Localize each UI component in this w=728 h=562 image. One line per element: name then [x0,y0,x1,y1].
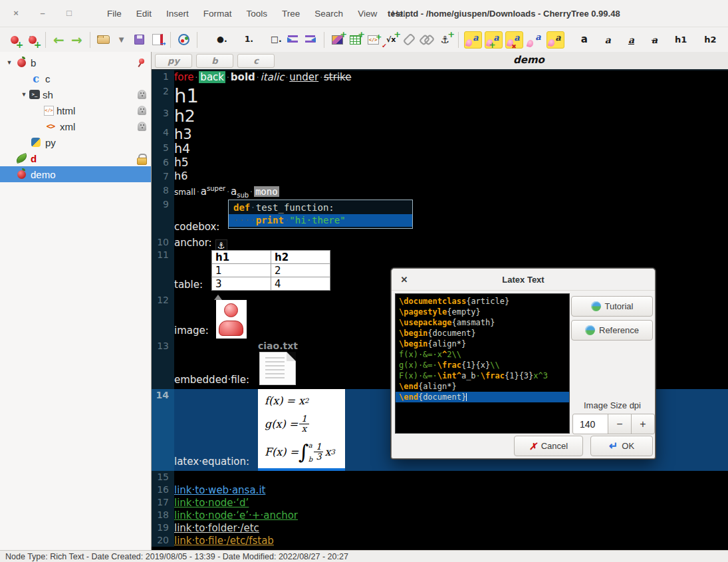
code-line[interactable]: def·test_function: [229,202,412,214]
indent-right-button[interactable] [284,30,302,50]
editor-row-8[interactable]: 8 small·asuper·asub·mono [152,184,728,198]
link-node[interactable]: link·to·node·‘e’·+·anchor [174,509,298,521]
code-line[interactable]: F(x)·&=·\int^a_b·\frac{1}{3}x^3 [396,370,569,381]
code-line[interactable]: ····print·"hi·there" [229,214,412,227]
embedded-image[interactable] [216,300,247,339]
insert-codebox-button[interactable]: </> [364,30,382,50]
expander-icon[interactable]: ▼ [4,59,15,66]
reference-button[interactable]: Reference [571,320,653,341]
dpi-value-field[interactable]: 140 [572,414,608,434]
find-button[interactable] [175,30,193,50]
h1-button[interactable]: h1 [660,30,689,50]
tutorial-button[interactable]: Tutorial [571,296,653,317]
menu-view[interactable]: View [352,7,383,21]
format-strike-button[interactable]: a [636,30,660,50]
link-web[interactable]: link·to·web·ansa.it [174,484,265,496]
minimize-window-button[interactable]: – [37,8,48,19]
h3-button[interactable]: h3 [719,30,728,50]
format-italic-button[interactable]: a [590,30,613,50]
indent-left-button[interactable] [302,30,320,50]
insert-image-button[interactable] [328,30,346,50]
ok-button[interactable]: ↵ OK [590,436,653,456]
table-header-cell[interactable]: h2 [271,251,330,264]
code-line[interactable]: \usepackage{amsmath} [396,317,569,328]
color-clear-button[interactable]: a [505,31,523,49]
file-icon[interactable] [259,352,296,385]
table-cell[interactable]: 1 [212,264,271,277]
node-add-button[interactable] [5,30,23,50]
format-bold-button[interactable]: a [566,30,590,50]
close-window-button[interactable]: × [11,8,21,19]
attach-file-button[interactable] [400,30,418,50]
tree-node-c[interactable]: cc [0,70,151,86]
h2-button[interactable]: h2 [689,30,718,50]
editor-row-4[interactable]: 4 h3 [152,126,728,142]
go-forward-button[interactable]: → [68,30,86,50]
editor-row-20[interactable]: 20 link·to·file·/etc/fstab [152,534,728,547]
table-cell[interactable]: 4 [271,277,330,291]
color-fg-button[interactable]: a [464,31,482,49]
menu-file[interactable]: File [101,7,128,21]
editor-row-5[interactable]: 5 h4 [152,142,728,156]
editor-row-17[interactable]: 17 link·to·node·‘d’ [152,496,728,509]
code-line[interactable]: \end{document} [396,392,569,402]
editor-row-19[interactable]: 19 link·to·folder·/etc [152,521,728,534]
quit-button[interactable] [148,30,166,50]
tree-node-sh[interactable]: ▼>_sh [0,86,151,102]
editor-row-16[interactable]: 16 link·to·web·ansa.it [152,484,728,496]
insert-anchor-button[interactable]: ⚓ [436,30,454,50]
link-folder[interactable]: link·to·folder·/etc [174,522,259,534]
tree-node-d[interactable]: d [0,150,151,166]
tree-node-py[interactable]: py [0,134,151,150]
maximize-window-button[interactable]: □ [64,8,74,19]
format-underline-button[interactable]: a [613,30,636,50]
code-line[interactable]: \begin{align*} [396,339,569,349]
code-line[interactable]: g(x)·&=·\frac{1}{x}\\ [396,360,569,370]
dialog-close-button[interactable]: ✕ [398,273,410,285]
editor-row-9[interactable]: 9 codebox: def·test_function:····print·"… [152,198,728,236]
insert-table-button[interactable] [346,30,364,50]
go-back-button[interactable]: ← [50,30,68,50]
save-button[interactable] [130,30,148,50]
link-node[interactable]: link·to·node·‘d’ [174,497,249,509]
editor-row-18[interactable]: 18 link·to·node·‘e’·+·anchor [152,509,728,521]
menu-edit[interactable]: Edit [130,7,158,21]
node-add-sub-button[interactable] [23,30,41,50]
editor-row-3[interactable]: 3 h2 [152,107,728,126]
tree-node-xml[interactable]: <>xml [0,118,151,134]
menu-tree[interactable]: Tree [276,7,306,21]
insert-link-button[interactable] [418,30,436,50]
tree-node-b[interactable]: ▼b [0,55,151,70]
node-nav-button-b[interactable]: b [196,54,233,68]
code-line[interactable]: \end{align*} [396,381,569,392]
table-cell[interactable]: 2 [271,264,330,277]
codebox[interactable]: def·test_function:····print·"hi·there" [228,200,413,229]
insert-latex-button[interactable]: √x [382,30,400,50]
editor-row-7[interactable]: 7 h6 [152,170,728,184]
menu-tools[interactable]: Tools [241,7,274,21]
menu-insert[interactable]: Insert [160,7,195,21]
expander-icon[interactable]: ▼ [19,91,29,98]
bullet-list-button[interactable]: ●. [201,30,229,50]
editor-row-1[interactable]: 1 fore·back·bold·italic·under·strike [152,70,728,85]
latex-source-editor[interactable]: \documentclass{article}\pagestyle{empty}… [395,293,570,434]
editor-row-10[interactable]: 10 anchor:⚓ [152,236,728,249]
dpi-decrease-button[interactable]: − [608,414,632,434]
cancel-button[interactable]: ✗ Cancel [514,436,583,456]
menu-search[interactable]: Search [308,7,349,21]
code-line[interactable]: f(x)·&=·x^2\\ [396,349,569,360]
link-file[interactable]: link·to·file·/etc/fstab [174,535,274,547]
menu-format[interactable]: Format [197,7,238,21]
tree-node-html[interactable]: </>html [0,102,151,118]
editor-row-2[interactable]: 2 h1 [152,85,728,107]
code-line[interactable]: \pagestyle{empty} [396,307,569,317]
color-fg-pick-button[interactable]: a [485,31,503,49]
color-bg-button[interactable]: a [526,31,544,49]
editor-row-6[interactable]: 6 h5 [152,156,728,170]
color-highlight-button[interactable]: a [546,31,564,49]
table-cell[interactable]: 3 [212,277,271,291]
latex-rendered-image[interactable]: f(x) = x2 g(x) = 1x F(x) = ∫ab 13 x3 [258,389,345,468]
open-recent-button[interactable]: ▼ [112,30,130,50]
node-nav-button-py[interactable]: py [155,54,192,68]
numbered-list-button[interactable]: 1. [229,30,255,50]
